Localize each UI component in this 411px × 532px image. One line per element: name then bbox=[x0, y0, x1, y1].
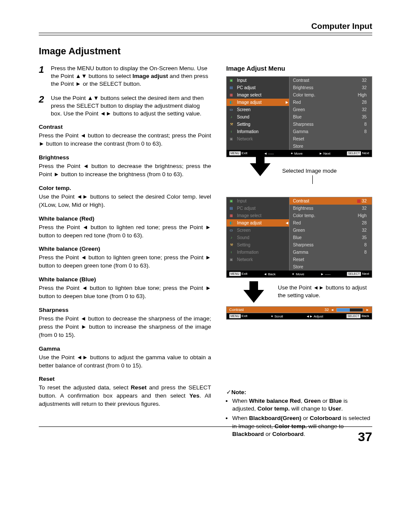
menu-label: Information bbox=[237, 129, 258, 134]
param-label: Store bbox=[293, 264, 303, 269]
osd-param-row[interactable]: Contrast32 bbox=[290, 77, 372, 84]
menu-icon: ▦ bbox=[228, 93, 234, 98]
osd-param-row[interactable]: Sharpness8 bbox=[290, 121, 372, 128]
osd-param-row[interactable]: Gamma8 bbox=[290, 249, 372, 256]
param-label: Reset bbox=[293, 257, 304, 262]
param-label: Gamma bbox=[293, 250, 308, 255]
right-title: Image Adjust Menu bbox=[226, 65, 372, 72]
menu-icon: ▣ bbox=[228, 199, 234, 204]
menu-icon: ▦ bbox=[228, 213, 234, 218]
osd-menu-item[interactable]: iInformation bbox=[227, 128, 289, 135]
param-value: 32 bbox=[362, 206, 367, 211]
osd-param-row[interactable]: Contrast 32 bbox=[290, 197, 372, 205]
param-label: Gamma bbox=[293, 129, 308, 134]
osd-param-row[interactable]: Reset bbox=[290, 135, 372, 143]
osd-param-row[interactable]: Red28 bbox=[290, 99, 372, 106]
osd-panel-2: ▣Input▤PC adjust▦Image select◧Image adju… bbox=[226, 197, 372, 278]
param-label: Red bbox=[293, 100, 301, 105]
param-value: 32 bbox=[362, 228, 367, 233]
down-arrow-icon bbox=[243, 290, 264, 303]
right-column: Image Adjust Menu ▣Input▤PC adjust▦Image… bbox=[226, 65, 372, 440]
left-column: 1 Press the MENU button to display the O… bbox=[39, 65, 211, 440]
param-label: Brightness bbox=[293, 85, 313, 90]
osd-param-row[interactable]: Color temp.High bbox=[290, 212, 372, 219]
menu-icon: ▣ bbox=[228, 257, 234, 262]
sf-adjust: ◄► Adjust bbox=[306, 314, 323, 318]
osd-param-row[interactable]: Brightness32 bbox=[290, 84, 372, 91]
section-heading: Reset bbox=[39, 376, 211, 382]
osd-menu-item[interactable]: iInformation bbox=[227, 249, 289, 256]
osd-menu-item[interactable]: ♪Sound bbox=[227, 113, 289, 121]
osd-param-row[interactable]: Store bbox=[290, 143, 372, 150]
osd-menu-item[interactable]: ▦Image select bbox=[227, 91, 289, 99]
osd-param-row[interactable]: Gamma8 bbox=[290, 128, 372, 135]
slider-label: Contrast bbox=[229, 308, 244, 312]
menu-label: Image select bbox=[237, 213, 262, 218]
osd-panel-1: ▣Input▤PC adjust▦Image select◧Image adju… bbox=[226, 76, 372, 157]
osd-menu-item[interactable]: ▤PC adjust bbox=[227, 84, 289, 91]
note-block: ✓Note: When White balance Red, Green or … bbox=[226, 389, 372, 438]
osd-menu-item[interactable]: ▣Network bbox=[227, 256, 289, 263]
osd-menu-item[interactable]: ▤PC adjust bbox=[227, 205, 289, 212]
menu-icon: ⚒ bbox=[228, 243, 234, 248]
param-label: Blue bbox=[293, 115, 302, 119]
osd-param-row[interactable]: Red28 bbox=[290, 219, 372, 227]
osd-param-row[interactable]: Brightness32 bbox=[290, 205, 372, 212]
osd-param-row[interactable]: Color temp.High bbox=[290, 91, 372, 99]
slider-value: 32 bbox=[324, 308, 329, 312]
menu-label: Input bbox=[237, 78, 246, 83]
step-number: 1 bbox=[39, 65, 51, 88]
osd-menu-item[interactable]: ▭Screen bbox=[227, 227, 289, 234]
osd-param-row[interactable]: Blue35 bbox=[290, 234, 372, 241]
menu-label: Sound bbox=[237, 235, 249, 240]
menu-label: Network bbox=[237, 257, 253, 262]
osd-param-row[interactable]: Blue35 bbox=[290, 113, 372, 121]
chevron-right-icon: ▶ bbox=[286, 100, 288, 104]
param-label: Color temp. bbox=[293, 213, 315, 218]
section-heading: Brightness bbox=[39, 154, 211, 161]
menu-icon: ▣ bbox=[228, 137, 234, 142]
sf-back: Back bbox=[361, 314, 369, 318]
param-label: Blue bbox=[293, 235, 302, 240]
osd-param-row[interactable]: Reset bbox=[290, 256, 372, 263]
osd-menu-item[interactable]: ◧Image adjust◀ bbox=[227, 219, 289, 227]
param-value: 32 bbox=[362, 78, 367, 83]
menu-label: Setting bbox=[237, 122, 250, 127]
menu-icon: ⚒ bbox=[228, 122, 234, 127]
param-label: Store bbox=[293, 144, 303, 149]
osd-param-row[interactable]: Green32 bbox=[290, 106, 372, 113]
section-body: Press the Point ◄ button to decrease the… bbox=[39, 162, 211, 179]
osd-menu-item[interactable]: ▭Screen bbox=[227, 106, 289, 113]
param-value: 32 bbox=[362, 107, 367, 112]
param-value: 35 bbox=[362, 235, 367, 240]
osd-param-row[interactable]: Store bbox=[290, 263, 372, 271]
menu-label: Input bbox=[237, 199, 246, 203]
param-value: High bbox=[358, 93, 367, 97]
section-body: Press the Point ◄ button to decrease the… bbox=[39, 315, 211, 339]
param-value: 8 bbox=[364, 250, 367, 255]
param-label: Green bbox=[293, 228, 305, 233]
osd-menu-item[interactable]: ◧Image adjust▶ bbox=[227, 99, 289, 106]
param-value: 8 bbox=[364, 122, 367, 127]
menu-icon: ♪ bbox=[228, 115, 234, 120]
osd-footer: MENU Exit◄ -----✦ Move► NextSELECT Next bbox=[227, 150, 372, 157]
osd-menu-item[interactable]: ⚒Setting bbox=[227, 241, 289, 249]
osd-menu-item[interactable]: ▦Image select bbox=[227, 212, 289, 219]
menu-icon: i bbox=[228, 250, 234, 255]
osd-menu-item[interactable]: ⚒Setting bbox=[227, 121, 289, 128]
osd-menu-item[interactable]: ▣Input bbox=[227, 77, 289, 84]
param-label: Color temp. bbox=[293, 93, 315, 97]
menu-label: PC adjust bbox=[237, 206, 255, 211]
osd-menu-item[interactable]: ▣Network bbox=[227, 135, 289, 143]
osd-param-row[interactable]: Green32 bbox=[290, 227, 372, 234]
section-heading: Sharpness bbox=[39, 307, 211, 313]
osd-menu-item[interactable]: ♪Sound bbox=[227, 234, 289, 241]
param-value: 8 bbox=[364, 129, 367, 134]
param-label: Contrast bbox=[293, 78, 309, 83]
rule bbox=[39, 33, 372, 33]
osd-menu-item[interactable]: ▣Input bbox=[227, 197, 289, 205]
menu-label: Screen bbox=[237, 228, 251, 233]
down-arrow-icon bbox=[250, 163, 271, 176]
section-body: Press the Point ◄ button to lighten blue… bbox=[39, 284, 211, 301]
osd-param-row[interactable]: Sharpness8 bbox=[290, 241, 372, 249]
